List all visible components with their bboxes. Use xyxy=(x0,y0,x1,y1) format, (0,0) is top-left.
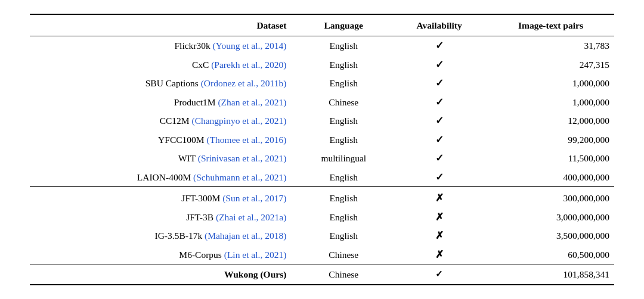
table-row: Flickr30k (Young et al., 2014) English ✓… xyxy=(30,36,614,55)
availability-cell: ✓ xyxy=(391,149,487,168)
language-cell: English xyxy=(296,74,391,93)
dataset-cell: Flickr30k (Young et al., 2014) xyxy=(30,36,296,55)
language-cell: English xyxy=(296,187,391,208)
pairs-cell: 3,000,000,000 xyxy=(487,208,614,227)
wukong-language-cell: Chinese xyxy=(296,264,391,285)
table-row: CxC (Parekh et al., 2020) English ✓ 247,… xyxy=(30,55,614,74)
availability-cell: ✗ xyxy=(391,245,487,264)
wukong-dataset-cell: Wukong (Ours) xyxy=(30,264,296,285)
citation-ref: (Ordonez et al., 2011b) xyxy=(201,78,287,88)
wukong-row: Wukong (Ours) Chinese ✓ 101,858,341 xyxy=(30,264,614,285)
language-cell: Chinese xyxy=(296,245,391,264)
pairs-cell: 1,000,000 xyxy=(487,93,614,112)
language-cell: Chinese xyxy=(296,93,391,112)
pairs-cell: 3,500,000,000 xyxy=(487,226,614,245)
pairs-cell: 99,200,000 xyxy=(487,130,614,150)
col-header-availability: Availability xyxy=(391,14,487,36)
citation-ref: (Changpinyo et al., 2021) xyxy=(191,116,286,126)
table-row: SBU Captions (Ordonez et al., 2011b) Eng… xyxy=(30,74,614,93)
citation-ref: (Young et al., 2014) xyxy=(213,41,287,51)
table-row: JFT-3B (Zhai et al., 2021a) English ✗ 3,… xyxy=(30,208,614,227)
availability-cell: ✓ xyxy=(391,168,487,187)
availability-cell: ✓ xyxy=(391,130,487,150)
table-row: LAION-400M (Schuhmann et al., 2021) Engl… xyxy=(30,168,614,187)
table-container: Dataset Language Availability Image-text… xyxy=(30,14,614,286)
dataset-cell: CC12M (Changpinyo et al., 2021) xyxy=(30,111,296,130)
citation-ref: (Mahajan et al., 2018) xyxy=(205,231,286,241)
table-row: IG-3.5B-17k (Mahajan et al., 2018) Engli… xyxy=(30,226,614,245)
citation-ref: (Thomee et al., 2016) xyxy=(206,135,286,145)
pairs-cell: 31,783 xyxy=(487,36,614,55)
pairs-cell: 300,000,000 xyxy=(487,187,614,208)
table-row: M6-Corpus (Lin et al., 2021) Chinese ✗ 6… xyxy=(30,245,614,264)
wukong-pairs-cell: 101,858,341 xyxy=(487,264,614,285)
pairs-cell: 400,000,000 xyxy=(487,168,614,187)
availability-cell: ✗ xyxy=(391,226,487,245)
header-row: Dataset Language Availability Image-text… xyxy=(30,14,614,36)
dataset-cell: M6-Corpus (Lin et al., 2021) xyxy=(30,245,296,264)
table-row: Product1M (Zhan et al., 2021) Chinese ✓ … xyxy=(30,93,614,112)
citation-ref: (Sun et al., 2017) xyxy=(222,193,286,203)
language-cell: English xyxy=(296,111,391,130)
citation-ref: (Zhan et al., 2021) xyxy=(218,97,286,107)
availability-cell: ✓ xyxy=(391,36,487,55)
availability-cell: ✓ xyxy=(391,111,487,130)
language-cell: English xyxy=(296,168,391,187)
language-cell: multilingual xyxy=(296,149,391,168)
pairs-cell: 247,315 xyxy=(487,55,614,74)
col-header-pairs: Image-text pairs xyxy=(487,14,614,36)
dataset-cell: CxC (Parekh et al., 2020) xyxy=(30,55,296,74)
pairs-cell: 12,000,000 xyxy=(487,111,614,130)
availability-cell: ✓ xyxy=(391,55,487,74)
col-header-language: Language xyxy=(296,14,391,36)
dataset-cell: JFT-3B (Zhai et al., 2021a) xyxy=(30,208,296,227)
citation-ref: (Zhai et al., 2021a) xyxy=(216,212,286,222)
language-cell: English xyxy=(296,226,391,245)
dataset-cell: YFCC100M (Thomee et al., 2016) xyxy=(30,130,296,150)
pairs-cell: 60,500,000 xyxy=(487,245,614,264)
citation-ref: (Parekh et al., 2020) xyxy=(211,60,286,70)
table-row: WIT (Srinivasan et al., 2021) multilingu… xyxy=(30,149,614,168)
dataset-cell: JFT-300M (Sun et al., 2017) xyxy=(30,187,296,208)
language-cell: English xyxy=(296,55,391,74)
language-cell: English xyxy=(296,208,391,227)
col-header-dataset: Dataset xyxy=(30,14,296,36)
table-row: CC12M (Changpinyo et al., 2021) English … xyxy=(30,111,614,130)
dataset-cell: Product1M (Zhan et al., 2021) xyxy=(30,93,296,112)
citation-ref: (Lin et al., 2021) xyxy=(224,250,287,260)
availability-cell: ✓ xyxy=(391,93,487,112)
citation-ref: (Srinivasan et al., 2021) xyxy=(198,153,287,163)
language-cell: English xyxy=(296,130,391,150)
availability-cell: ✓ xyxy=(391,74,487,93)
citation-ref: (Schuhmann et al., 2021) xyxy=(193,172,286,182)
dataset-cell: LAION-400M (Schuhmann et al., 2021) xyxy=(30,168,296,187)
dataset-cell: IG-3.5B-17k (Mahajan et al., 2018) xyxy=(30,226,296,245)
pairs-cell: 11,500,000 xyxy=(487,149,614,168)
dataset-cell: WIT (Srinivasan et al., 2021) xyxy=(30,149,296,168)
language-cell: English xyxy=(296,36,391,55)
dataset-comparison-table: Dataset Language Availability Image-text… xyxy=(30,14,614,286)
table-row: JFT-300M (Sun et al., 2017) English ✗ 30… xyxy=(30,187,614,208)
table-row: YFCC100M (Thomee et al., 2016) English ✓… xyxy=(30,130,614,150)
dataset-cell: SBU Captions (Ordonez et al., 2011b) xyxy=(30,74,296,93)
wukong-availability-cell: ✓ xyxy=(391,264,487,285)
pairs-cell: 1,000,000 xyxy=(487,74,614,93)
availability-cell: ✗ xyxy=(391,187,487,208)
availability-cell: ✗ xyxy=(391,208,487,227)
